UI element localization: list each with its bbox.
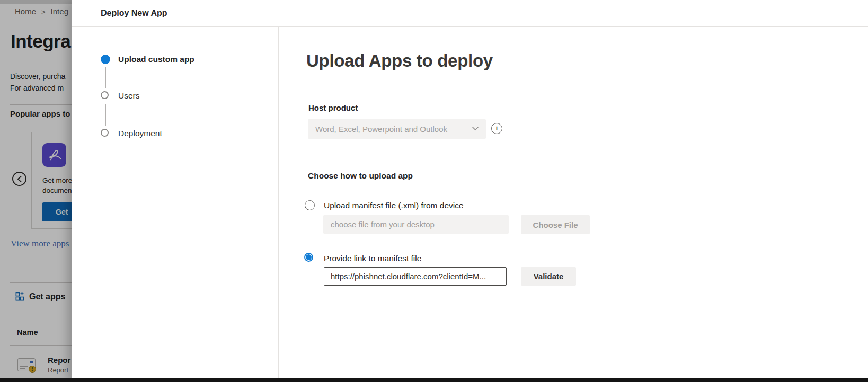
steps-divider (278, 27, 279, 382)
validate-button[interactable]: Validate (521, 267, 576, 286)
choose-upload-label: Choose how to upload app (308, 171, 413, 181)
panel-title: Deploy New App (101, 8, 167, 18)
manifest-link-input[interactable] (324, 267, 507, 286)
modal-scrim (0, 0, 72, 382)
radio-provide-link[interactable] (304, 253, 313, 262)
host-product-label: Host product (308, 103, 358, 112)
bottom-edge-bar (0, 378, 868, 382)
radio-upload-manifest-label[interactable]: Upload manifest file (.xml) from device (324, 201, 464, 210)
chevron-down-icon (472, 126, 479, 131)
step-dot (101, 91, 109, 99)
step-upload-custom-app: Upload custom app (118, 55, 194, 64)
content-heading: Upload Apps to deploy (306, 51, 493, 71)
step-users: Users (118, 91, 139, 101)
radio-provide-link-label[interactable]: Provide link to manifest file (324, 254, 421, 263)
host-product-select[interactable]: Word, Excel, Powerpoint and Outlook (308, 119, 486, 139)
manifest-file-input[interactable] (323, 215, 509, 234)
step-connector (105, 104, 106, 126)
panel-header-divider (72, 26, 868, 27)
step-deployment: Deployment (118, 129, 162, 138)
step-active-dot (101, 55, 110, 64)
background-page: Home>Integ Integra Discover, purcha For … (0, 0, 72, 382)
step-dot (101, 129, 109, 137)
info-icon[interactable]: i (491, 123, 502, 134)
choose-file-button[interactable]: Choose File (521, 215, 590, 234)
step-connector (105, 67, 106, 88)
radio-upload-manifest-file[interactable] (305, 200, 315, 210)
deploy-new-app-panel: Deploy New App Upload custom app Users D… (72, 0, 868, 382)
host-product-value: Word, Excel, Powerpoint and Outlook (308, 125, 447, 134)
